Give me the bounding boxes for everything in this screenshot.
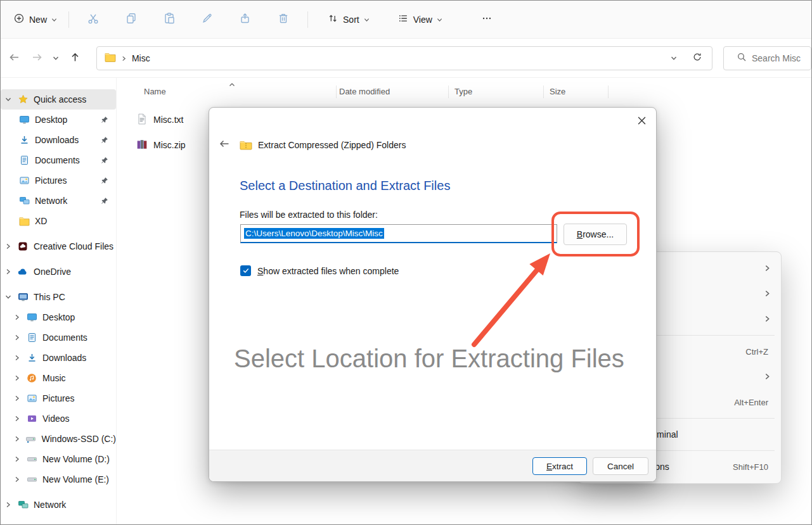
chevron-right-icon[interactable] [13,314,21,320]
desktop-icon [18,115,30,125]
sidebar-item-drive-d[interactable]: New Volume (D:) [1,449,116,469]
sidebar-item-xd[interactable]: XD [1,211,116,231]
chevron-right-icon[interactable] [13,456,21,462]
chevron-right-icon[interactable] [13,436,20,442]
sidebar-item-creative-cloud[interactable]: Creative Cloud Files [1,236,116,256]
sidebar-item-this-pc[interactable]: This PC [1,287,116,307]
cancel-button[interactable]: Cancel [593,457,648,475]
sidebar-item-onedrive[interactable]: OneDrive [1,262,116,282]
column-header-size[interactable]: Size [550,87,565,96]
close-icon [638,116,646,127]
column-divider [448,85,449,98]
view-button[interactable]: View [391,8,449,30]
back-button[interactable] [3,47,26,70]
chevron-right-icon[interactable] [4,269,12,275]
sidebar-item-desktop-pinned[interactable]: Desktop [1,110,116,130]
sidebar: Quick access Desktop Downloads Documents… [1,78,117,524]
column-header-date-modified[interactable]: Date modified [339,87,390,96]
recent-locations-button[interactable] [48,47,63,70]
sidebar-item-label: Pictures [42,393,75,403]
search-input[interactable] [752,53,809,63]
see-more-button[interactable] [473,8,501,32]
search-box[interactable] [723,46,811,70]
chevron-down-icon[interactable] [4,294,12,300]
trash-icon [277,12,290,27]
cut-icon [87,12,100,27]
sidebar-item-pictures-pinned[interactable]: Pictures [1,170,116,191]
zipped-folder-icon [240,140,252,150]
sidebar-item-documents-pinned[interactable]: Documents [1,150,116,170]
sort-button[interactable]: Sort [321,8,376,30]
network-icon [18,196,30,206]
sidebar-item-quick-access[interactable]: Quick access [1,89,116,110]
extract-button[interactable]: Extract [532,457,587,475]
sidebar-item-network[interactable]: Network [1,495,116,515]
sidebar-item-label: New Volume (D:) [42,454,110,464]
chevron-right-icon [764,289,771,299]
sidebar-item-drive-e[interactable]: New Volume (E:) [1,469,116,490]
document-icon [18,155,30,165]
column-header-type[interactable]: Type [454,87,472,96]
checkbox-label: Show extracted files when complete [257,266,399,276]
sidebar-item-pc-documents[interactable]: Documents [1,327,116,348]
shortcut-label: Shift+F10 [733,462,768,472]
cut-button[interactable] [79,8,107,32]
sidebar-item-pc-music[interactable]: Music [1,368,116,388]
delete-button[interactable] [269,8,297,32]
new-button[interactable]: New [7,8,63,30]
onedrive-cloud-icon [16,267,29,276]
sidebar-item-downloads-pinned[interactable]: Downloads [1,130,116,150]
share-button[interactable] [231,8,259,32]
chevron-right-icon [764,263,771,274]
close-button[interactable] [631,111,652,132]
sidebar-item-network-pinned[interactable]: Network [1,191,116,211]
rename-icon [201,12,214,27]
copy-icon [125,12,138,27]
paste-button[interactable] [155,8,183,32]
chevron-right-icon[interactable] [13,375,21,381]
destination-path-input[interactable]: C:\Users\Lenovo\Desktop\Misc\Misc [240,224,557,243]
browse-button[interactable]: Browse... [564,224,627,245]
breadcrumb-folder[interactable]: Misc [132,53,150,63]
sidebar-item-label: Desktop [35,115,67,125]
sidebar-item-pc-downloads[interactable]: Downloads [1,348,116,368]
rename-button[interactable] [193,8,221,32]
sidebar-item-label: This PC [34,292,65,302]
chevron-right-icon[interactable] [13,476,21,483]
chevron-right-icon[interactable] [4,502,12,508]
address-bar[interactable]: Misc [96,46,712,70]
chevron-right-icon[interactable] [13,334,21,341]
chevron-down-icon[interactable] [4,96,12,103]
dialog-heading: Select a Destination and Extract Files [240,179,450,193]
chevron-right-icon [764,314,771,324]
sidebar-item-drive-c[interactable]: Windows-SSD (C:) [1,429,116,449]
refresh-button[interactable] [688,47,707,70]
sidebar-item-label: Creative Cloud Files [34,241,113,251]
chevron-right-icon[interactable] [13,355,21,361]
sidebar-item-label: Quick access [34,94,86,104]
sort-button-label: Sort [343,15,359,25]
creative-cloud-icon [16,241,29,251]
chevron-right-icon[interactable] [4,243,12,250]
see-more-icon [481,13,493,27]
chevron-right-icon[interactable] [13,395,21,402]
address-dropdown-button[interactable] [665,47,683,70]
sidebar-item-pc-videos[interactable]: Videos [1,408,116,429]
sidebar-item-pc-desktop[interactable]: Desktop [1,307,116,327]
document-icon [25,332,38,343]
chevron-right-icon[interactable] [13,415,21,422]
forward-button[interactable] [26,47,49,70]
view-icon [397,13,409,26]
column-header-name[interactable]: Name [144,87,166,96]
refresh-icon [692,52,702,65]
sidebar-item-label: Windows-SSD (C:) [42,434,116,444]
copy-button[interactable] [117,8,145,32]
show-extracted-checkbox[interactable] [240,265,251,276]
show-extracted-option: Show extracted files when complete [240,265,399,276]
back-button[interactable] [216,136,233,154]
sidebar-item-pc-pictures[interactable]: Pictures [1,388,116,408]
column-divider [543,85,544,98]
up-button[interactable] [63,47,86,70]
text-file-icon [136,113,148,127]
dialog-header: Extract Compressed (Zipped) Folders [209,136,656,155]
